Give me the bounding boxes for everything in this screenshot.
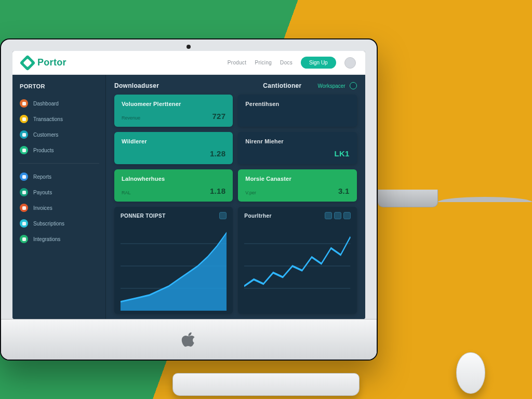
- sidebar-item-icon: [20, 130, 28, 139]
- card-sub: V.per: [245, 190, 256, 195]
- mouse: [456, 352, 485, 394]
- sidebar-item[interactable]: Invoices: [12, 200, 105, 216]
- card-sub: Revenue: [122, 115, 140, 121]
- sidebar-item-label: Products: [33, 148, 54, 153]
- sidebar-item[interactable]: Payouts: [12, 184, 105, 200]
- brand-logo-icon: [19, 55, 35, 71]
- brand-name: Portor: [37, 57, 66, 68]
- sidebar-item-icon: [20, 115, 28, 123]
- chart-chip[interactable]: [343, 212, 351, 219]
- svg-rect-8: [22, 237, 25, 241]
- main-header: Downloaduser Cantiotioner Workspacer: [114, 82, 357, 89]
- chart-left[interactable]: PONNER TOIPST: [114, 207, 233, 314]
- sidebar-item-icon: [20, 204, 28, 212]
- svg-rect-7: [22, 221, 25, 225]
- sidebar-item-label: Transactions: [33, 116, 63, 122]
- card-label: Voluomeer Plerttener: [122, 101, 225, 107]
- camera-dot: [187, 45, 191, 49]
- sidebar-item[interactable]: Products: [12, 142, 105, 158]
- nav-link-2[interactable]: Docs: [280, 60, 292, 65]
- card-label: Wildlerer: [122, 138, 225, 144]
- card-value: 1.18: [210, 187, 225, 195]
- svg-rect-0: [22, 101, 25, 105]
- monitor-stand: [378, 190, 438, 207]
- apple-logo-icon: [181, 332, 196, 347]
- topnav: Product Pricing Docs Sign Up: [228, 57, 356, 69]
- sidebar-item-label: Customers: [33, 132, 58, 138]
- sidebar-item[interactable]: Integrations: [12, 231, 105, 247]
- header-meta-label: Workspacer: [318, 83, 345, 89]
- brand[interactable]: Portor: [22, 57, 66, 69]
- column-title-left: Downloaduser: [114, 82, 159, 89]
- app-screen: Portor Product Pricing Docs Sign Up PORT…: [12, 51, 365, 319]
- nav-link-1[interactable]: Pricing: [255, 60, 272, 65]
- monitor-chin: [1, 319, 377, 360]
- card-value: 1.28: [210, 149, 225, 158]
- sidebar-item-label: Invoices: [33, 205, 52, 211]
- svg-rect-6: [22, 206, 25, 209]
- card-label: Perentihsen: [245, 101, 349, 107]
- main-panel: Downloaduser Cantiotioner Workspacer Vol…: [106, 75, 365, 319]
- stat-card[interactable]: Wildlerer1.28: [114, 132, 233, 164]
- monitor-frame: Portor Product Pricing Docs Sign Up PORT…: [0, 38, 378, 361]
- card-label: Lalnowherhues: [122, 176, 225, 182]
- chart-right[interactable]: Pourltrher: [238, 207, 356, 314]
- sidebar-item[interactable]: Transactions: [12, 111, 105, 127]
- chart-chip[interactable]: [325, 212, 332, 219]
- svg-rect-3: [22, 148, 25, 152]
- chart-right-chips: [325, 212, 351, 219]
- cta-button[interactable]: Sign Up: [301, 57, 336, 69]
- sidebar-item-icon: [20, 146, 28, 154]
- svg-rect-5: [22, 190, 25, 194]
- sidebar-item-label: Dashboard: [33, 101, 59, 107]
- sidebar: PORTOR DashboardTransactionsCustomersPro…: [12, 75, 106, 319]
- card-label: Nirenr Mieher: [245, 138, 349, 144]
- svg-marker-12: [121, 233, 227, 311]
- stat-card[interactable]: Perentihsen: [238, 95, 356, 127]
- svg-rect-1: [22, 117, 25, 121]
- sidebar-item-label: Subscriptions: [33, 221, 64, 227]
- sidebar-item[interactable]: Customers: [12, 127, 105, 142]
- sidebar-item[interactable]: Subscriptions: [12, 216, 105, 231]
- sidebar-item-icon: [20, 235, 28, 243]
- sidebar-title: PORTOR: [12, 80, 105, 95]
- card-value: 3.1: [338, 187, 350, 195]
- svg-rect-2: [22, 132, 25, 136]
- card-sub: RAL: [122, 190, 131, 195]
- sidebar-item-label: Payouts: [33, 190, 52, 195]
- sidebar-item-icon: [20, 219, 28, 228]
- app-body: PORTOR DashboardTransactionsCustomersPro…: [12, 75, 365, 319]
- chart-left-area: [121, 221, 227, 311]
- sidebar-separator: [19, 163, 99, 164]
- sidebar-item-icon: [20, 99, 28, 108]
- stat-card[interactable]: Nirenr MieherLK1: [238, 132, 356, 164]
- stat-card-grid: Voluomeer PlerttenerRevenue727Perentihse…: [114, 95, 357, 202]
- chart-chip[interactable]: [334, 212, 341, 219]
- avatar[interactable]: [344, 57, 356, 69]
- column-title-right: Cantiotioner: [263, 82, 301, 89]
- nav-link-0[interactable]: Product: [228, 60, 247, 65]
- sidebar-item-icon: [20, 188, 28, 196]
- monitor-base: [438, 197, 532, 202]
- chart-left-option-icon[interactable]: [219, 212, 227, 219]
- card-value: LK1: [334, 149, 349, 158]
- chart-right-area: [244, 221, 350, 311]
- sidebar-item-label: Reports: [33, 174, 51, 180]
- topbar: Portor Product Pricing Docs Sign Up: [12, 51, 365, 75]
- stat-card[interactable]: Voluomeer PlerttenerRevenue727: [114, 95, 233, 127]
- card-label: Morsie Canaster: [245, 176, 349, 182]
- stat-card[interactable]: LalnowherhuesRAL1.18: [114, 169, 233, 202]
- svg-rect-4: [22, 175, 25, 178]
- chart-right-title: Pourltrher: [244, 213, 271, 219]
- stat-card[interactable]: Morsie CanasterV.per3.1: [238, 169, 356, 202]
- card-value: 727: [212, 112, 225, 121]
- status-dot-icon: [350, 82, 357, 89]
- charts-row: PONNER TOIPST Pourltrher: [114, 207, 357, 314]
- chart-left-title: PONNER TOIPST: [121, 213, 166, 219]
- sidebar-item[interactable]: Reports: [12, 169, 105, 184]
- keyboard: [172, 373, 360, 396]
- sidebar-item-label: Integrations: [33, 236, 60, 242]
- header-meta[interactable]: Workspacer: [318, 82, 357, 89]
- sidebar-item[interactable]: Dashboard: [12, 96, 105, 111]
- sidebar-item-icon: [20, 172, 28, 181]
